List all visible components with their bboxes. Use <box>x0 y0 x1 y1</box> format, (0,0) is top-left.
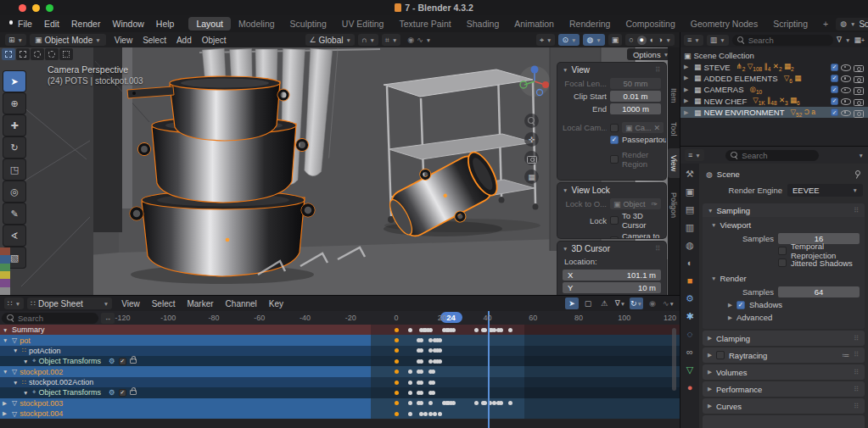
keyframe[interactable] <box>451 401 456 405</box>
panel-performance[interactable]: ▶Performance⠿ <box>703 381 865 397</box>
lock-to-cursor-checkbox[interactable] <box>610 216 619 225</box>
toggle-perspective-icon[interactable]: ▦ <box>524 170 539 184</box>
list-icon[interactable]: ≔ <box>842 351 849 359</box>
outliner-root-collection[interactable]: ▣Scene Collection <box>680 50 868 61</box>
dope-menu-key[interactable]: Key <box>263 299 289 308</box>
keyframe[interactable] <box>408 412 412 416</box>
mute-checkbox[interactable]: ✓ <box>119 358 126 365</box>
keyframe[interactable] <box>419 381 423 385</box>
sidebar-tab-view[interactable]: View <box>668 148 680 178</box>
camera-view-icon[interactable] <box>524 151 539 165</box>
properties-tab-physics[interactable]: ◌ <box>687 329 693 340</box>
outliner-row-cameras[interactable]: ▶▦CAMERAS◎10 ✓ <box>680 84 868 95</box>
chevron-right-icon[interactable]: ▶ <box>684 97 692 104</box>
drag-dots-icon[interactable]: ⠿ <box>854 351 860 359</box>
workspace-tab-scripting[interactable]: Scripting <box>765 17 815 31</box>
eye-icon[interactable] <box>841 85 851 94</box>
editor-type-dropdown[interactable]: ∷▼ <box>4 297 24 309</box>
camera-icon[interactable] <box>854 75 863 82</box>
lock-object-dropdown[interactable]: ▣Object✑ <box>610 198 661 209</box>
filter-icon[interactable]: ∇▼ <box>613 297 627 309</box>
keyframe[interactable] <box>474 328 479 332</box>
wireframe-shading-icon[interactable]: ○ <box>629 36 633 44</box>
keyframe[interactable] <box>395 391 399 395</box>
sidebar-tab-item[interactable]: Item <box>668 81 680 110</box>
keyframe[interactable] <box>499 328 503 332</box>
chevron-right-icon[interactable]: ▶ <box>684 109 692 116</box>
gizmos-dropdown[interactable]: ◍▼ <box>583 34 604 46</box>
snap-target-dropdown[interactable]: ⊙▼ <box>558 34 580 46</box>
properties-tab-view-layer[interactable]: ▥ <box>686 222 694 233</box>
navigation-gizmo[interactable] <box>518 64 552 102</box>
raytracing-checkbox[interactable] <box>716 351 725 359</box>
pivot-point-dropdown[interactable]: ⌖▼ <box>536 34 556 46</box>
chevron-down-icon[interactable]: ▼ <box>3 337 9 343</box>
drag-dots-icon[interactable]: ⠿ <box>655 66 661 74</box>
filter-icon[interactable]: ∇ <box>837 36 842 44</box>
properties-tab-object-data[interactable]: ▽ <box>686 364 693 375</box>
clip-start-field[interactable]: 0.01 m <box>610 91 661 102</box>
properties-tab-scene[interactable]: ◍ <box>686 240 694 251</box>
eye-icon[interactable] <box>841 63 851 72</box>
keyframe[interactable] <box>428 328 433 332</box>
clipped-panel[interactable] <box>703 415 865 428</box>
workspace-tab-shading[interactable]: Shading <box>459 17 507 31</box>
properties-tab-particles[interactable]: ✱ <box>686 311 693 322</box>
workspace-tab-uv-editing[interactable]: UV Editing <box>334 17 392 31</box>
chevron-down-icon[interactable]: ▼ <box>859 153 864 158</box>
drag-dots-icon[interactable]: ⠿ <box>854 335 860 342</box>
chevron-right-icon[interactable]: ▶ <box>3 410 9 417</box>
camera-to-view-checkbox[interactable] <box>610 236 619 238</box>
mode-dropdown[interactable]: ▣Object Mode▼ <box>30 34 106 46</box>
chevron-down-icon[interactable]: ▼ <box>3 327 9 333</box>
viewport-menu-view[interactable]: View <box>109 36 138 45</box>
keyframe[interactable] <box>431 391 435 395</box>
drag-dots-icon[interactable]: ⠿ <box>655 245 661 253</box>
rendered-shading-icon[interactable]: ◑ <box>658 36 662 44</box>
new-workspace-tab[interactable]: + <box>815 17 836 31</box>
properties-tab-tool[interactable]: ⚒ <box>686 169 694 180</box>
workspace-tab-sculpting[interactable]: Sculpting <box>283 17 334 31</box>
dope-menu-view[interactable]: View <box>115 299 146 308</box>
outliner-row-new-chef[interactable]: ▶▦NEW CHEF▽1K ∥48 ✕3 ▦6 ✓ <box>680 96 868 107</box>
keyframe[interactable] <box>428 412 433 416</box>
chevron-down-icon[interactable]: ▼ <box>23 390 30 396</box>
keyframe[interactable] <box>431 370 435 374</box>
scrollbar[interactable] <box>672 328 676 391</box>
dope-menu-select[interactable]: Select <box>146 299 182 308</box>
select-box-icon[interactable] <box>16 48 30 60</box>
exclude-checkbox[interactable]: ✓ <box>831 108 838 116</box>
falloff-dropdown[interactable]: ∿▼ <box>662 297 675 309</box>
properties-tab-output[interactable]: ▤ <box>686 204 694 215</box>
keyframe[interactable] <box>395 412 399 416</box>
camera-icon[interactable] <box>854 64 863 71</box>
snapping-dropdown[interactable]: ∩▼ <box>358 34 378 46</box>
select-paint-icon[interactable] <box>59 48 73 60</box>
keyframe[interactable] <box>433 412 437 416</box>
keyframe[interactable] <box>451 328 456 332</box>
camera-icon[interactable] <box>854 108 863 116</box>
keyframe[interactable] <box>419 359 423 364</box>
keyframe[interactable] <box>395 338 399 342</box>
zoom-icon[interactable] <box>524 114 539 128</box>
sidebar-tab-tool[interactable]: Tool <box>668 114 680 144</box>
menu-help[interactable]: Help <box>150 19 181 29</box>
snap-toggle-dropdown[interactable]: ⌗▼ <box>382 34 401 46</box>
chevron-down-icon[interactable]: ▼ <box>3 369 9 375</box>
keyframe[interactable] <box>408 328 412 332</box>
only-errors-icon[interactable]: ⚠ <box>597 297 611 309</box>
drag-dots-icon[interactable]: ⠿ <box>854 207 860 214</box>
shadows-checkbox[interactable]: ✓ <box>736 301 745 309</box>
tool-scale[interactable]: ◳ <box>3 159 25 180</box>
ghost-frame-icon[interactable]: ▢ <box>581 297 595 309</box>
material-shading-icon[interactable]: ◐ <box>650 36 654 44</box>
menu-window[interactable]: Window <box>106 19 149 29</box>
passepartout-checkbox[interactable]: ✓ <box>610 136 619 144</box>
drag-dots-icon[interactable]: ⠿ <box>854 403 860 410</box>
lock-icon[interactable] <box>130 359 137 364</box>
local-camera-checkbox[interactable] <box>610 124 619 132</box>
viewport-menu-object[interactable]: Object <box>197 36 232 45</box>
chevron-down-icon[interactable]: ▼ <box>13 380 20 386</box>
chevron-right-icon[interactable]: ▶ <box>684 75 692 81</box>
cursor-x-field[interactable]: X101.1 m <box>563 270 661 281</box>
